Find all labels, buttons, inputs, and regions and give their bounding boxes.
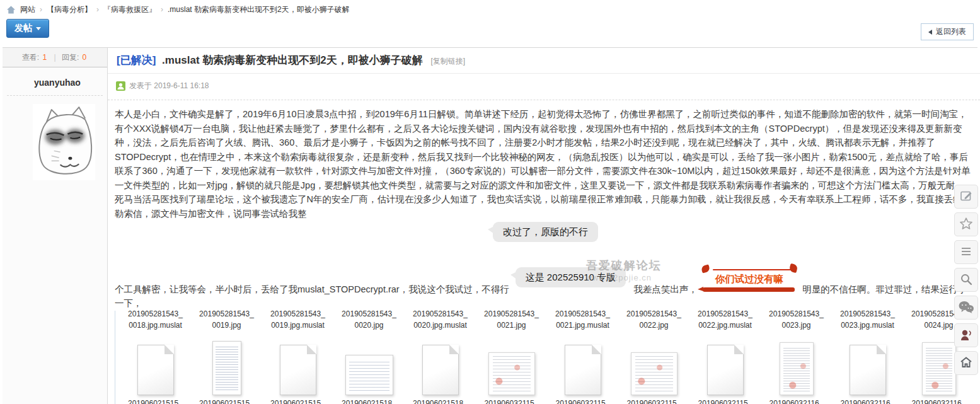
solved-tag: [已解决] bbox=[117, 54, 156, 66]
home-icon bbox=[959, 355, 974, 372]
embedded-chat-screenshot-1[interactable]: 改过了，原版的不行 bbox=[115, 222, 972, 242]
attachment-filename: 201906032115_0002.jpg.muslat bbox=[689, 398, 761, 404]
attachment-item[interactable]: 201906032116_0001.jpg.muslat bbox=[832, 340, 903, 404]
attachment-filename: 201905281543_0023.jpg bbox=[761, 311, 832, 331]
menu-icon bbox=[960, 245, 972, 260]
post-text-continued: 一下， bbox=[115, 296, 972, 311]
copy-link[interactable]: [复制链接] bbox=[431, 57, 466, 66]
breadcrumb: 网站›【病毒分析】›『病毒救援区』›.muslat 勒索病毒新变种出现不到2天，… bbox=[6, 3, 350, 16]
attachment-item[interactable]: 201906032115_0002.jpg bbox=[618, 340, 689, 404]
attachment-item[interactable]: 201906032116_0001.jpg bbox=[761, 340, 832, 404]
attachment-filename: 201905281543_0021.jpg bbox=[476, 311, 547, 331]
thread-title: .muslat 勒索病毒新变种出现不到2天，即被小狮子破解 bbox=[162, 54, 423, 66]
plain-file-icon bbox=[689, 340, 761, 395]
post-body: 本人是小白，文件确实是解了，2019年6月10日凌晨3点中招，到2019年6月1… bbox=[108, 100, 980, 404]
attachment-item[interactable]: 201905281543_0023.jpg bbox=[761, 311, 832, 337]
back-arrow-icon bbox=[928, 30, 932, 35]
attachment-filename: 201906021515_0002.jpg.muslat bbox=[262, 398, 333, 404]
stamp-decoration bbox=[789, 263, 798, 273]
breadcrumb-link-2[interactable]: 【病毒分析】 bbox=[47, 4, 92, 15]
attachment-filename: 201906021515_0001.jpg.muslat bbox=[120, 398, 191, 404]
attachment-filename: 201905281543_0019.jpg bbox=[191, 311, 262, 331]
attachment-item[interactable]: 201906021515_0001.jpg.muslat bbox=[120, 340, 191, 404]
attachment-grid: 201905281543_0018.jpg.muslat201905281543… bbox=[115, 311, 972, 404]
attachment-filename: 201906021518_0001.jpg bbox=[333, 398, 405, 404]
embedded-stamp-image[interactable]: 你们试过没有嘛 bbox=[705, 268, 794, 292]
attachment-filename: 201905281543_0022.jpg.muslat bbox=[689, 311, 761, 331]
back-to-list-button[interactable]: 返回列表 bbox=[921, 23, 974, 40]
attachment-filename: 201905281543_0020.jpg.muslat bbox=[405, 311, 476, 331]
form-portrait-icon bbox=[761, 340, 832, 395]
toolbar-wechat-button[interactable] bbox=[954, 296, 978, 320]
stamp-decoration bbox=[700, 264, 710, 273]
toolbar-menu-button[interactable] bbox=[954, 240, 978, 264]
new-post-button[interactable]: 发帖 bbox=[6, 19, 49, 38]
breadcrumb-link-3[interactable]: 『病毒救援区』 bbox=[103, 4, 156, 15]
attachment-item[interactable]: 201905281543_0022.jpg.muslat bbox=[689, 311, 761, 337]
form-landscape-icon bbox=[476, 340, 547, 395]
attachment-item[interactable]: 201906021515_0002.jpg bbox=[191, 340, 262, 404]
toolbar-contact-button[interactable] bbox=[954, 323, 978, 347]
wechat-icon bbox=[958, 300, 974, 316]
breadcrumb-link-4: .muslat 勒索病毒新变种出现不到2天，即被小狮子破解 bbox=[168, 4, 350, 15]
plain-file-icon bbox=[547, 340, 618, 395]
attachment-item[interactable]: 201906021518_0001.jpg bbox=[333, 340, 405, 404]
views-label: 查看: bbox=[22, 53, 39, 62]
doc-landscape-icon bbox=[333, 340, 405, 395]
breadcrumb-separator: › bbox=[40, 5, 42, 14]
contact-icon bbox=[959, 327, 974, 344]
attachment-item[interactable]: 201906021515_0002.jpg.muslat bbox=[262, 340, 333, 404]
floating-toolbar bbox=[954, 185, 978, 375]
attachment-row-1: 201905281543_0018.jpg.muslat201905281543… bbox=[120, 311, 972, 337]
attachment-row-2: 201906021515_0001.jpg.muslat201906021515… bbox=[120, 340, 972, 404]
author-avatar[interactable] bbox=[33, 104, 95, 180]
attachment-filename: 201905281543_0018.jpg.muslat bbox=[120, 311, 191, 331]
stamp-text: 你们试过没有嘛 bbox=[709, 274, 790, 284]
attachment-filename: 201906032115_0001.jpg bbox=[476, 398, 547, 404]
chat-bubble-1: 改过了，原版的不行 bbox=[493, 222, 598, 242]
breadcrumb-separator: › bbox=[161, 5, 163, 14]
forum-thread-page: 网站›【病毒分析】›『病毒救援区』›.muslat 勒索病毒新变种出现不到2天，… bbox=[0, 0, 980, 404]
embedded-chat-screenshot-2[interactable]: 这是 202525910 专版 吾爱破解论坛 www.52pojie.cn bbox=[516, 267, 626, 287]
attachment-item[interactable]: 201906032115_0001.jpg bbox=[476, 340, 547, 404]
attachment-filename: 201905281543_0021.jpg.muslat bbox=[547, 311, 618, 331]
attachment-filename: 201906021518_0001.jpg.muslat bbox=[405, 398, 476, 404]
breadcrumb-items: 网站›【病毒分析】›『病毒救援区』›.muslat 勒索病毒新变种出现不到2天，… bbox=[20, 4, 350, 15]
toolbar-home-button[interactable] bbox=[954, 351, 978, 375]
attachment-item[interactable]: 201905281543_0020.jpg bbox=[333, 311, 405, 337]
attachment-item[interactable]: 201905281543_0020.jpg.muslat bbox=[405, 311, 476, 337]
attachment-item[interactable]: 201905281543_0022.jpg bbox=[618, 311, 689, 337]
replies-count: 0 bbox=[83, 53, 87, 62]
attachment-item[interactable]: 201905281543_0019.jpg bbox=[191, 311, 262, 337]
attachment-filename: 201906032116_0001.jpg bbox=[761, 398, 832, 404]
attachment-filename: 201906032115_0002.jpg bbox=[618, 398, 689, 404]
new-post-label: 发帖 bbox=[14, 23, 32, 34]
star-icon bbox=[959, 216, 974, 233]
attachment-item[interactable]: 201905281543_0019.jpg.muslat bbox=[262, 311, 333, 337]
attachment-item[interactable]: 201905281543_0023.jpg.muslat bbox=[832, 311, 903, 337]
attachment-item[interactable]: 201905281543_0018.jpg.muslat bbox=[120, 311, 191, 337]
caret-down-icon bbox=[36, 27, 41, 30]
thread-title-row: [已解决] .muslat 勒索病毒新变种出现不到2天，即被小狮子破解 [复制链… bbox=[108, 48, 980, 74]
form-landscape-icon bbox=[618, 340, 689, 395]
attachment-filename: 201905281543_0023.jpg.muslat bbox=[832, 311, 903, 331]
attachment-item[interactable]: 201905281543_0021.jpg.muslat bbox=[547, 311, 618, 337]
views-count: 1 bbox=[42, 53, 47, 62]
attachment-item[interactable]: 201906032115_0001.jpg.muslat bbox=[547, 340, 618, 404]
author-sidebar: 查看: 1 | 回复: 0 yuanyuhao bbox=[3, 48, 108, 404]
toolbar-search-button[interactable] bbox=[954, 268, 978, 292]
author-username[interactable]: yuanyuhao bbox=[34, 78, 107, 88]
chat-bubble-2: 这是 202525910 专版 bbox=[516, 267, 626, 287]
stamp-decoration bbox=[703, 287, 795, 292]
home-icon[interactable] bbox=[6, 5, 16, 14]
toolbar-compose-button[interactable] bbox=[954, 185, 978, 209]
replies-label: 回复: bbox=[62, 53, 79, 62]
back-to-list-label: 返回列表 bbox=[936, 26, 966, 37]
attachment-item[interactable]: 201906021518_0001.jpg.muslat bbox=[405, 340, 476, 404]
online-status-icon bbox=[116, 81, 125, 91]
toolbar-star-button[interactable] bbox=[954, 212, 978, 236]
attachment-item[interactable]: 201905281543_0021.jpg bbox=[476, 311, 547, 337]
attachment-item[interactable]: 201906032115_0002.jpg.muslat bbox=[689, 340, 761, 404]
breadcrumb-link-1[interactable]: 网站 bbox=[20, 4, 35, 15]
breadcrumb-separator: › bbox=[96, 5, 99, 14]
